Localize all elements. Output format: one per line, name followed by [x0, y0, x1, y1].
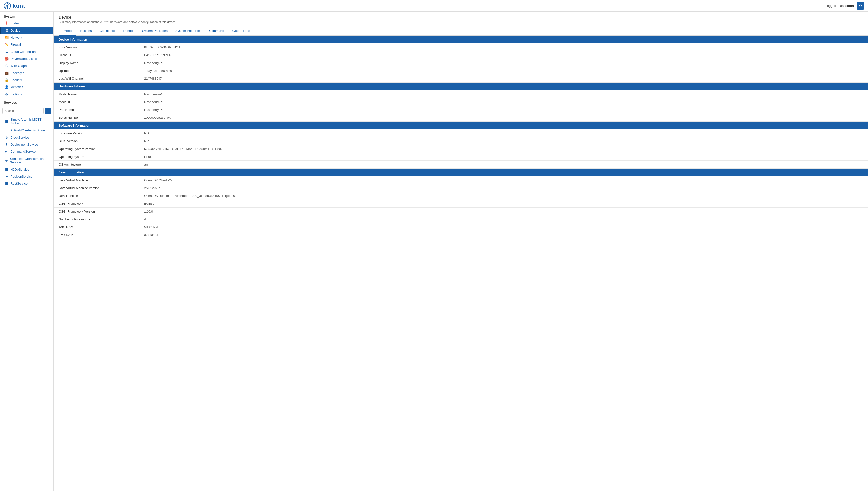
- row-key: Serial Number: [54, 114, 139, 122]
- tab-system-properties[interactable]: System Properties: [172, 26, 205, 36]
- table-row: BIOS VersionN/A: [54, 137, 868, 145]
- h2db-icon: ☰: [5, 168, 8, 171]
- row-value: 1 days 3:10:50 hms: [139, 67, 868, 75]
- row-key: Java Virtual Machine: [54, 176, 139, 184]
- sidebar-item-label: Settings: [10, 92, 22, 96]
- search-add-button[interactable]: +: [45, 108, 51, 114]
- row-value: Raspberry-Pi: [139, 106, 868, 114]
- row-key: Operating System: [54, 153, 139, 161]
- row-key: Total RAM: [54, 223, 139, 231]
- row-key: BIOS Version: [54, 137, 139, 145]
- settings-icon: ⚙: [5, 92, 8, 96]
- table-row: Serial Number10000000ba7c7bfd: [54, 114, 868, 122]
- content-area: Device Summary information about the cur…: [54, 12, 868, 491]
- sidebar-item-firewall[interactable]: ✏️ Firewall: [0, 41, 54, 48]
- row-value: 10000000ba7c7bfd: [139, 114, 868, 122]
- table-row: Client IDE4:5F:01:35:7F:F4: [54, 51, 868, 59]
- device-icon: 🖥: [5, 29, 8, 32]
- row-value: Eclipse: [139, 200, 868, 208]
- svg-point-1: [6, 5, 8, 7]
- content-inner: Device Summary information about the cur…: [54, 12, 868, 491]
- sidebar-item-status[interactable]: ❗ Status: [0, 20, 54, 27]
- tab-threads[interactable]: Threads: [119, 26, 138, 36]
- sidebar-item-settings[interactable]: ⚙ Settings: [0, 91, 54, 98]
- sidebar-item-label: Firewall: [10, 43, 22, 47]
- search-input[interactable]: [2, 108, 44, 114]
- sidebar-item-label: Packages: [10, 71, 24, 75]
- page-subtitle: Summary information about the current ha…: [59, 21, 863, 24]
- svg-line-6: [5, 4, 6, 5]
- table-row: OSGI FrameworkEclipse: [54, 200, 868, 208]
- sidebar-item-cloud-connections[interactable]: ☁ Cloud Connections: [0, 48, 54, 55]
- row-value: OpenJDK Runtime Environment 1.8.0_312-8u…: [139, 192, 868, 200]
- table-row: Java Virtual MachineOpenJDK Client VM: [54, 176, 868, 184]
- sidebar-item-device[interactable]: 🖥 Device: [0, 27, 54, 34]
- table-row: Kura VersionKURA_5.2.0-SNAPSHOT: [54, 44, 868, 51]
- sidebar-item-position-service[interactable]: ➤ PositionService: [0, 173, 54, 180]
- firewall-icon: ✏️: [5, 43, 8, 47]
- sidebar-item-deployment-service[interactable]: ⬇ DeploymentService: [0, 141, 54, 148]
- sidebar-item-container-orchestration[interactable]: ⊙ Container Orchestration Service: [0, 155, 54, 166]
- sidebar-item-security[interactable]: 🔒 Security: [0, 77, 54, 84]
- table-row: Java RuntimeOpenJDK Runtime Environment …: [54, 192, 868, 200]
- sidebar-item-label: Wire Graph: [10, 64, 27, 68]
- sidebar-item-wire-graph[interactable]: ⬡ Wire Graph: [0, 62, 54, 69]
- row-key: Java Runtime: [54, 192, 139, 200]
- table-row: Firmware VersionN/A: [54, 129, 868, 137]
- settings-gear-button[interactable]: ⚙: [857, 2, 864, 9]
- row-value: 5.15.32-v7l+ #1538 SMP Thu Mar 31 19:39:…: [139, 145, 868, 153]
- activemq-icon: ☰: [5, 128, 8, 132]
- row-key: Part Number: [54, 106, 139, 114]
- cloud-icon: ☁: [5, 50, 8, 54]
- section-header-label: Device Information: [54, 36, 868, 44]
- row-key: Last Wifi Channel: [54, 75, 139, 83]
- row-value: N/A: [139, 129, 868, 137]
- row-value: Raspberry-Pi: [139, 90, 868, 98]
- row-value: Linux: [139, 153, 868, 161]
- row-key: Number of Processors: [54, 215, 139, 223]
- sidebar-item-label: ActiveMQ Artemis Broker: [10, 128, 46, 132]
- row-value: N/A: [139, 137, 868, 145]
- sidebar-item-h2db[interactable]: ☰ H2DbService: [0, 166, 54, 173]
- tab-system-logs[interactable]: System Logs: [228, 26, 254, 36]
- sidebar-item-command-service[interactable]: ▶_ CommandService: [0, 148, 54, 155]
- table-row: Model NameRaspberry-Pi: [54, 90, 868, 98]
- row-value: KURA_5.2.0-SNAPSHOT: [139, 44, 868, 51]
- tab-system-packages[interactable]: System Packages: [138, 26, 172, 36]
- page-title: Device: [59, 15, 863, 20]
- table-row: Java Virtual Machine Version25.312-b07: [54, 184, 868, 192]
- row-key: Free RAM: [54, 231, 139, 239]
- identities-icon: 👤: [5, 85, 8, 89]
- sidebar-item-network[interactable]: 📶 Network: [0, 34, 54, 41]
- sidebar-item-drivers-assets[interactable]: 🎒 Drivers and Assets: [0, 55, 54, 62]
- sidebar-item-label: Security: [10, 78, 22, 82]
- tab-containers[interactable]: Containers: [95, 26, 119, 36]
- row-key: Display Name: [54, 59, 139, 67]
- sidebar-item-label: DeploymentService: [10, 143, 38, 146]
- sidebar-item-simple-artemis-mqtt[interactable]: ☰ Simple Artemis MQTT Broker: [0, 116, 54, 127]
- main-layout: System ❗ Status 🖥 Device 📶 Network ✏️ Fi…: [0, 12, 868, 491]
- sidebar-item-identities[interactable]: 👤 Identities: [0, 84, 54, 91]
- svg-line-8: [8, 4, 9, 5]
- tab-command[interactable]: Command: [205, 26, 228, 36]
- sidebar-item-activemq-artemis[interactable]: ☰ ActiveMQ Artemis Broker: [0, 127, 54, 134]
- table-row: Operating System Version5.15.32-v7l+ #15…: [54, 145, 868, 153]
- tab-bundles[interactable]: Bundles: [76, 26, 95, 36]
- row-key: Operating System Version: [54, 145, 139, 153]
- device-info-table: Device InformationKura VersionKURA_5.2.0…: [54, 36, 868, 239]
- sidebar-item-rest-service[interactable]: ☰ RestService: [0, 180, 54, 187]
- row-key: Model ID: [54, 98, 139, 106]
- sidebar-item-clock-service[interactable]: ⊙ ClockService: [0, 134, 54, 141]
- row-value: 1.10.0: [139, 208, 868, 215]
- sidebar-item-packages[interactable]: 💼 Packages: [0, 69, 54, 77]
- rest-icon: ☰: [5, 182, 8, 185]
- tab-profile[interactable]: Profile: [59, 26, 76, 36]
- simple-artemis-icon: ☰: [5, 120, 8, 123]
- tabs-bar: Profile Bundles Containers Threads Syste…: [54, 26, 868, 36]
- section-header-label: Software Information: [54, 122, 868, 129]
- drivers-icon: 🎒: [5, 57, 8, 61]
- sidebar-item-label: Status: [10, 22, 20, 25]
- deployment-icon: ⬇: [5, 143, 8, 146]
- row-value: 506816 kB: [139, 223, 868, 231]
- row-value: OpenJDK Client VM: [139, 176, 868, 184]
